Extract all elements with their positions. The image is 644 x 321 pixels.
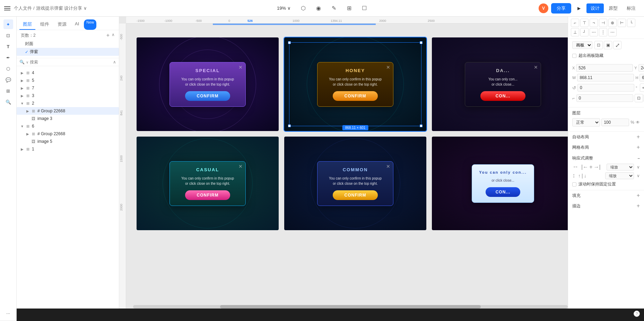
popup-btn-light[interactable]: CON... xyxy=(486,187,520,197)
more-align-icon[interactable]: ⋯ xyxy=(608,28,617,36)
tab-design[interactable]: 设计 xyxy=(586,3,604,13)
popup-btn-honey[interactable]: CONFIRM xyxy=(333,91,378,101)
share-button[interactable]: 分享 xyxy=(551,3,571,14)
fill-icon[interactable]: ▣ xyxy=(604,41,612,49)
layer-expand-1[interactable]: ▶ xyxy=(19,146,25,152)
select-tool[interactable]: ✦ xyxy=(3,19,13,29)
fixed-scroll-checkbox[interactable] xyxy=(572,182,576,186)
fit-icon[interactable]: ⊡ xyxy=(594,41,603,49)
rotate-icon[interactable]: ↺ xyxy=(572,85,576,90)
snap-icon[interactable]: ⬡ xyxy=(298,3,309,14)
page-cover[interactable]: 封面 xyxy=(17,40,119,48)
layer-expand-4[interactable]: ▶ xyxy=(19,70,25,76)
frame-special[interactable]: 2 SPECIAL ✕ You can only confirm in this… xyxy=(137,37,279,131)
expand-icon[interactable]: ⤢ xyxy=(613,41,621,49)
frame-dark[interactable]: 4 DA... ✕ You can only con...or click cl… xyxy=(432,37,568,131)
align-mc-icon[interactable]: ⊕ xyxy=(608,19,617,27)
search-tool[interactable]: 🔍 xyxy=(3,97,13,107)
resize-mode-icon[interactable]: ⊡ xyxy=(635,94,643,102)
search-expand-icon[interactable]: ∨ xyxy=(26,60,28,64)
layer-6[interactable]: ▼ ⊞ 6 xyxy=(17,122,119,130)
comment-tool[interactable]: 💬 xyxy=(3,75,13,85)
popup-close-honey[interactable]: ✕ xyxy=(386,64,390,70)
layer-4[interactable]: ▶ ⊞ 4 xyxy=(17,69,119,77)
popup-close-casual[interactable]: ✕ xyxy=(238,164,243,169)
tab-components[interactable]: 组件 xyxy=(37,19,53,30)
opacity-input[interactable] xyxy=(601,119,629,126)
add-page-icon[interactable]: + xyxy=(106,32,110,38)
tab-assets[interactable]: 资源 xyxy=(54,19,70,30)
horizontal-scrollbar[interactable] xyxy=(133,305,568,309)
canvas-area[interactable]: -1500 -1000 -500 0 526 1000 1394.11 2000… xyxy=(119,17,568,309)
x-input[interactable] xyxy=(576,64,633,72)
y-input[interactable] xyxy=(638,64,644,72)
popup-btn-dark[interactable]: CON... xyxy=(480,91,525,101)
play-button[interactable]: ▶ xyxy=(574,3,584,13)
collapse-pages-icon[interactable]: ∧ xyxy=(112,32,115,38)
pen-tool[interactable]: ✒ xyxy=(3,53,13,62)
layer-3[interactable]: ▶ ⊞ 3 xyxy=(17,92,119,99)
search-input[interactable] xyxy=(30,60,112,64)
layer-5[interactable]: ▶ ⊞ 5 xyxy=(17,77,119,84)
align-ml-icon[interactable]: ⊣ xyxy=(599,19,607,27)
menu-icon[interactable] xyxy=(4,5,11,12)
tab-prototype[interactable]: 原型 xyxy=(604,3,622,13)
component-icon[interactable]: ⊞ xyxy=(343,3,355,14)
add-fill-icon[interactable]: + xyxy=(637,192,640,199)
blend-mode-select[interactable]: 正常 xyxy=(572,118,600,127)
popup-close-common[interactable]: ✕ xyxy=(386,164,390,169)
layer-2[interactable]: ▼ ⊞ 2 xyxy=(17,99,119,107)
layer-expand-6[interactable]: ▼ xyxy=(19,123,25,129)
frame-casual[interactable]: 5 CASUAL ✕ You can only confirm in this … xyxy=(137,137,279,230)
layer-expand-5[interactable]: ▶ xyxy=(19,78,25,83)
tab-layers[interactable]: 图层 xyxy=(19,19,35,30)
preview-icon[interactable]: ☐ xyxy=(359,3,370,14)
breadcrumb-personal[interactable]: 个人文件 xyxy=(14,5,32,11)
scrollbar-thumb[interactable] xyxy=(220,305,481,309)
flip-h-icon[interactable]: ⇔ xyxy=(640,84,644,92)
popup-close-dark[interactable]: ✕ xyxy=(534,64,538,70)
chevron-down-icon-1[interactable]: ∨ xyxy=(637,165,640,170)
shape-tool[interactable]: ⬡ xyxy=(3,64,13,73)
breadcrumb-project[interactable]: 游戏提示弹窗 设计分享 xyxy=(36,5,82,11)
align-mr-icon[interactable]: ⊢ xyxy=(618,19,626,27)
layer-group-22668-b[interactable]: ▶ ⊞ # Group 22668 xyxy=(17,130,119,138)
align-bc-icon[interactable]: ⊥ xyxy=(571,28,579,36)
add-stroke-icon[interactable]: + xyxy=(637,203,640,209)
h-input[interactable] xyxy=(639,74,644,81)
rotate-input[interactable] xyxy=(577,84,634,92)
align-br-icon[interactable]: ┘ xyxy=(580,28,589,36)
popup-btn-common[interactable]: CONFIRM xyxy=(333,190,378,200)
popup-close-special[interactable]: ✕ xyxy=(238,64,243,70)
overflow-checkbox[interactable] xyxy=(572,54,576,58)
tab-mark[interactable]: 标注 xyxy=(623,3,640,13)
zoom-control[interactable]: 19% ∨ xyxy=(274,4,294,12)
responsive-minus-icon[interactable]: − xyxy=(637,156,640,161)
popup-btn-special[interactable]: CONFIRM xyxy=(185,91,230,101)
layer-image3[interactable]: 🖼 image 3 xyxy=(17,115,119,122)
layer-expand-3[interactable]: ▶ xyxy=(19,93,25,98)
responsive-select-2[interactable]: 缩放 xyxy=(605,172,634,179)
visibility-icon[interactable]: 👁 xyxy=(636,120,640,125)
corner-input[interactable] xyxy=(576,94,633,102)
distribute-v-icon[interactable]: ⋮ xyxy=(599,28,607,36)
layer-image5[interactable]: 🖼 image 5 xyxy=(17,138,119,145)
tab-new[interactable]: New xyxy=(84,19,96,30)
layer-expand-g22668b[interactable]: ▶ xyxy=(25,131,31,137)
distribute-h-icon[interactable]: ⋯ xyxy=(590,28,598,36)
edit-icon[interactable]: ✎ xyxy=(328,3,339,14)
align-bl-icon[interactable]: └ xyxy=(627,19,635,27)
layer-expand-7[interactable]: ▶ xyxy=(19,85,25,91)
align-tr-icon[interactable]: ¬ xyxy=(590,19,598,27)
w-input[interactable] xyxy=(577,74,634,81)
add-grid-icon[interactable]: + xyxy=(637,144,640,150)
chevron-down-icon-2[interactable]: ∨ xyxy=(637,173,640,178)
frame-honey[interactable]: 3 HONEY ✕ You can only confirm in this p… xyxy=(284,37,426,131)
mode-icon[interactable]: ◉ xyxy=(313,3,324,14)
tab-ai[interactable]: AI xyxy=(71,19,82,30)
more-tool[interactable]: ··· xyxy=(3,308,13,309)
layer-7[interactable]: ▶ ⊞ 7 xyxy=(17,84,119,92)
collapse-layers-icon[interactable]: ∧ xyxy=(113,60,116,64)
frame-light[interactable]: 7 You can only con... or click close... … xyxy=(432,137,568,230)
canvas-content[interactable]: 2 SPECIAL ✕ You can only confirm in this… xyxy=(126,24,568,309)
